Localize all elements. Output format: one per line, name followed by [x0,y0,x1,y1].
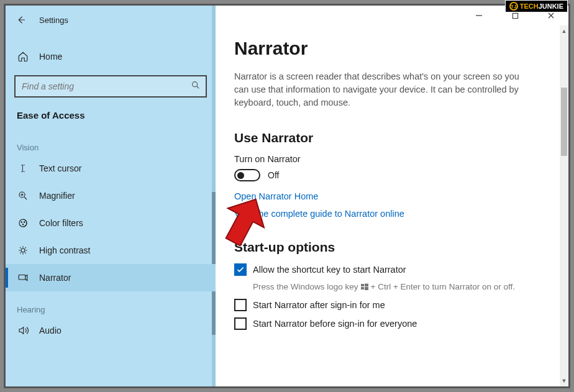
option-after-signin-row: Start Narrator after sign-in for me [234,299,545,311]
svg-point-3 [21,222,22,223]
narrator-guide-link[interactable]: View the complete guide to Narrator onli… [234,209,545,219]
scroll-up-arrow[interactable]: ▲ [560,27,568,35]
svg-rect-8 [512,13,517,18]
audio-icon [17,324,29,337]
watermark-prefix: TECH [520,2,539,10]
watermark-suffix: JUNKIE [539,2,563,10]
magnifier-icon [17,189,29,202]
scroll-down-arrow[interactable]: ▼ [560,376,568,385]
open-narrator-home-link[interactable]: Open Narrator Home [234,191,545,201]
sidebar-group-vision: Vision [6,129,216,155]
turn-on-label: Turn on Narrator [234,154,545,164]
toggle-state-text: Off [268,170,279,180]
sidebar-item-label: Audio [39,326,62,335]
page-title: Narrator [234,38,545,59]
narrator-toggle-row: Off [234,169,545,181]
color-filters-icon [17,217,29,229]
sidebar-item-label: Magnifier [39,191,75,201]
sidebar-item-high-contrast[interactable]: High contrast [6,237,216,264]
svg-rect-7 [19,275,25,280]
app-window: Settings Home Ease of Access Vision Text… [4,4,570,388]
windows-key-icon [361,283,368,291]
svg-point-4 [24,222,25,223]
intro-text: Narrator is a screen reader that describ… [234,70,532,109]
sidebar-item-color-filters[interactable]: Color filters [6,209,216,237]
watermark-badge: TJ TECHJUNKIE [505,0,568,12]
text-cursor-icon [17,162,29,175]
option-shortcut-row: Allow the shortcut key to start Narrator [234,263,545,276]
high-contrast-icon [17,244,29,257]
svg-rect-10 [365,283,368,286]
main-panel: ▲ ▼ Narrator Narrator is a screen reader… [216,6,568,386]
svg-point-5 [22,224,24,226]
sidebar-group-hearing: Hearing [6,291,216,317]
svg-point-6 [21,248,25,252]
toggle-knob [237,172,244,179]
option-shortcut-hint: Press the Windows logo key + Ctrl + Ente… [253,282,545,291]
sidebar-item-home[interactable]: Home [6,43,216,70]
back-button[interactable] [14,13,28,27]
sidebar-item-label: Color filters [39,218,83,228]
option-shortcut-checkbox[interactable] [234,263,247,276]
search-icon [191,80,201,93]
sidebar-item-label: Home [39,52,62,62]
option-after-signin-checkbox[interactable] [234,299,247,311]
option-before-signin-row: Start Narrator before sign-in for everyo… [234,317,545,330]
narrator-toggle[interactable] [234,169,260,181]
hint-post: + Ctrl + Enter to turn Narrator on or of… [371,282,515,291]
hint-pre: Press the Windows logo key [253,282,358,291]
sidebar-item-label: High contrast [39,245,90,255]
svg-point-0 [193,82,198,87]
narrator-icon [17,271,29,284]
settings-sidebar: Settings Home Ease of Access Vision Text… [6,6,216,386]
sidebar-item-narrator[interactable]: Narrator [6,264,216,291]
option-before-signin-checkbox[interactable] [234,317,247,330]
home-icon [17,50,29,63]
option-shortcut-label: Allow the shortcut key to start Narrator [253,265,406,275]
option-after-signin-label: Start Narrator after sign-in for me [253,300,385,310]
watermark-icon: TJ [509,2,518,11]
svg-rect-11 [361,287,364,289]
minimize-button[interactable] [467,7,491,24]
sidebar-item-audio[interactable]: Audio [6,317,216,344]
scrollbar-thumb[interactable] [561,88,567,156]
sidebar-item-text-cursor[interactable]: Text cursor [6,155,216,182]
sidebar-item-magnifier[interactable]: Magnifier [6,182,216,209]
svg-rect-12 [365,287,368,290]
sidebar-item-label: Narrator [39,273,71,283]
sidebar-section-title: Ease of Access [6,105,216,129]
scrollbar-track[interactable]: ▲ ▼ [560,25,568,386]
sidebar-item-label: Text cursor [39,163,81,173]
app-title: Settings [39,16,68,25]
content-area: ▲ ▼ Narrator Narrator is a screen reader… [216,25,568,386]
option-before-signin-label: Start Narrator before sign-in for everyo… [253,319,417,329]
sidebar-header: Settings [6,6,216,34]
svg-rect-9 [361,284,364,286]
search-input[interactable] [22,81,191,91]
search-input-wrapper[interactable] [14,75,207,98]
use-narrator-heading: Use Narrator [234,130,545,145]
startup-options-heading: Start-up options [234,240,545,255]
